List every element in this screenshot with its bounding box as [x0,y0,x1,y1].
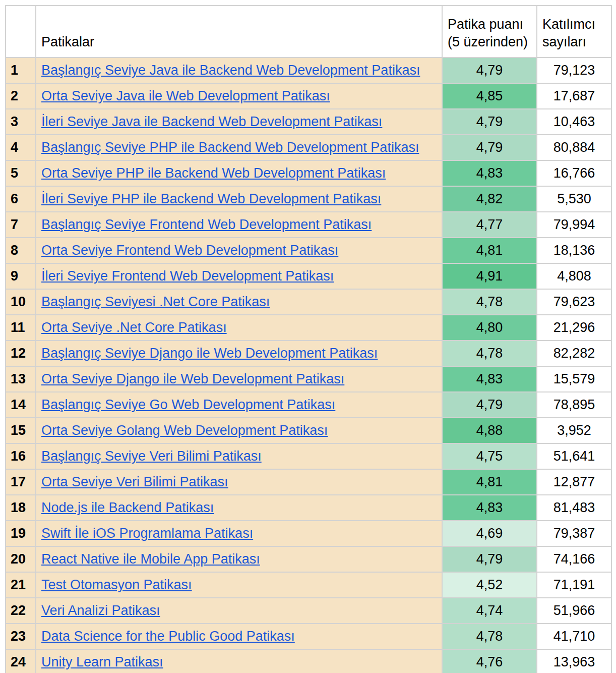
row-rank: 4 [6,135,36,160]
participants-cell: 79,123 [537,58,611,83]
row-name-cell: Orta Seviye Golang Web Development Patik… [36,418,442,443]
score-cell: 4,83 [442,366,537,392]
table-row: 18 Node.js ile Backend Patikası 4,83 81,… [6,495,611,521]
patika-table: Patikalar Patika puanı (5 üzerinden) Kat… [5,5,612,673]
row-rank: 2 [6,83,36,109]
participants-cell: 18,136 [537,238,611,263]
table-row: 24 Unity Learn Patikası 4,76 13,963 [6,649,611,673]
row-name-cell: İleri Seviye Java ile Backend Web Develo… [36,109,442,135]
table-row: 17 Orta Seviye Veri Bilimi Patikası 4,81… [6,469,611,495]
score-cell: 4,69 [442,521,537,546]
header-row: Patikalar Patika puanı (5 üzerinden) Kat… [6,6,611,58]
path-link[interactable]: Başlangıç Seviyesi .Net Core Patikası [41,294,270,309]
participants-cell: 78,895 [537,392,611,418]
path-link[interactable]: İleri Seviye PHP ile Backend Web Develop… [41,191,381,206]
path-link[interactable]: Veri Analizi Patikası [41,603,160,618]
row-rank: 14 [6,392,36,418]
score-cell: 4,83 [442,160,537,186]
path-link[interactable]: Orta Seviye .Net Core Patikası [41,320,227,335]
row-name-cell: Başlangıç Seviye Go Web Development Pati… [36,392,442,418]
row-name-cell: React Native ile Mobile App Patikası [36,546,442,572]
table-row: 7 Başlangıç Seviye Frontend Web Developm… [6,212,611,238]
row-name-cell: Başlangıç Seviye Django ile Web Developm… [36,341,442,366]
table-row: 13 Orta Seviye Django ile Web Developmen… [6,366,611,392]
row-rank: 22 [6,598,36,624]
participants-cell: 81,483 [537,495,611,521]
header-participants: Katılımcı sayıları [537,6,611,58]
row-name-cell: Unity Learn Patikası [36,649,442,673]
path-link[interactable]: Başlangıç Seviye Go Web Development Pati… [41,397,335,412]
row-name-cell: Orta Seviye Java ile Web Development Pat… [36,83,442,109]
participants-cell: 41,710 [537,624,611,649]
row-name-cell: Orta Seviye Veri Bilimi Patikası [36,469,442,495]
row-name-cell: Başlangıç Seviye Java ile Backend Web De… [36,58,442,83]
row-name-cell: Swift İle iOS Programlama Patikası [36,521,442,546]
path-link[interactable]: Orta Seviye PHP ile Backend Web Developm… [41,165,386,181]
path-link[interactable]: İleri Seviye Java ile Backend Web Develo… [41,114,382,129]
path-link[interactable]: Başlangıç Seviye Frontend Web Developmen… [41,217,372,232]
row-name-cell: Data Science for the Public Good Patikas… [36,624,442,649]
row-rank: 1 [6,58,36,83]
participants-cell: 5,530 [537,186,611,212]
score-cell: 4,79 [442,109,537,135]
participants-cell: 51,966 [537,598,611,624]
row-rank: 8 [6,238,36,263]
score-cell: 4,91 [442,263,537,289]
path-link[interactable]: İleri Seviye Frontend Web Development Pa… [41,268,334,284]
row-rank: 7 [6,212,36,238]
path-link[interactable]: Orta Seviye Frontend Web Development Pat… [41,243,338,258]
table-row: 19 Swift İle iOS Programlama Patikası 4,… [6,521,611,546]
row-rank: 6 [6,186,36,212]
row-rank: 10 [6,289,36,315]
table-row: 5 Orta Seviye PHP ile Backend Web Develo… [6,160,611,186]
participants-cell: 16,766 [537,160,611,186]
score-cell: 4,79 [442,392,537,418]
score-cell: 4,78 [442,289,537,315]
path-link[interactable]: Test Otomasyon Patikası [41,577,192,592]
table-row: 4 Başlangıç Seviye PHP ile Backend Web D… [6,135,611,160]
score-cell: 4,79 [442,135,537,160]
score-cell: 4,77 [442,212,537,238]
score-cell: 4,75 [442,443,537,469]
table-row: 8 Orta Seviye Frontend Web Development P… [6,238,611,263]
path-link[interactable]: Başlangıç Seviye PHP ile Backend Web Dev… [41,140,419,155]
path-link[interactable]: Başlangıç Seviye Veri Bilimi Patikası [41,448,262,464]
participants-cell: 4,808 [537,263,611,289]
path-link[interactable]: Orta Seviye Golang Web Development Patik… [41,423,328,438]
path-link[interactable]: Başlangıç Seviye Java ile Backend Web De… [41,63,420,78]
path-link[interactable]: Node.js ile Backend Patikası [41,500,214,515]
path-link[interactable]: Orta Seviye Veri Bilimi Patikası [41,474,228,489]
score-cell: 4,79 [442,546,537,572]
table-row: 2 Orta Seviye Java ile Web Development P… [6,83,611,109]
path-link[interactable]: Orta Seviye Django ile Web Development P… [41,371,344,386]
row-name-cell: Test Otomasyon Patikası [36,572,442,598]
table-row: 9 İleri Seviye Frontend Web Development … [6,263,611,289]
participants-cell: 82,282 [537,341,611,366]
row-rank: 19 [6,521,36,546]
score-cell: 4,83 [442,495,537,521]
row-name-cell: Veri Analizi Patikası [36,598,442,624]
score-cell: 4,52 [442,572,537,598]
table-row: 22 Veri Analizi Patikası 4,74 51,966 [6,598,611,624]
row-name-cell: Orta Seviye Frontend Web Development Pat… [36,238,442,263]
table-row: 23 Data Science for the Public Good Pati… [6,624,611,649]
row-name-cell: Orta Seviye Django ile Web Development P… [36,366,442,392]
row-name-cell: Başlangıç Seviye PHP ile Backend Web Dev… [36,135,442,160]
table-row: 11 Orta Seviye .Net Core Patikası 4,80 2… [6,315,611,341]
table-row: 12 Başlangıç Seviye Django ile Web Devel… [6,341,611,366]
score-cell: 4,80 [442,315,537,341]
table-row: 20 React Native ile Mobile App Patikası … [6,546,611,572]
path-link[interactable]: Orta Seviye Java ile Web Development Pat… [41,88,330,103]
participants-cell: 79,623 [537,289,611,315]
row-rank: 20 [6,546,36,572]
path-link[interactable]: React Native ile Mobile App Patikası [41,551,260,567]
score-cell: 4,82 [442,186,537,212]
path-link[interactable]: Data Science for the Public Good Patikas… [41,629,295,644]
row-rank: 5 [6,160,36,186]
path-link[interactable]: Başlangıç Seviye Django ile Web Developm… [41,346,378,361]
path-link[interactable]: Unity Learn Patikası [41,654,163,669]
participants-cell: 21,296 [537,315,611,341]
row-rank: 24 [6,649,36,673]
row-name-cell: İleri Seviye PHP ile Backend Web Develop… [36,186,442,212]
path-link[interactable]: Swift İle iOS Programlama Patikası [41,526,253,541]
